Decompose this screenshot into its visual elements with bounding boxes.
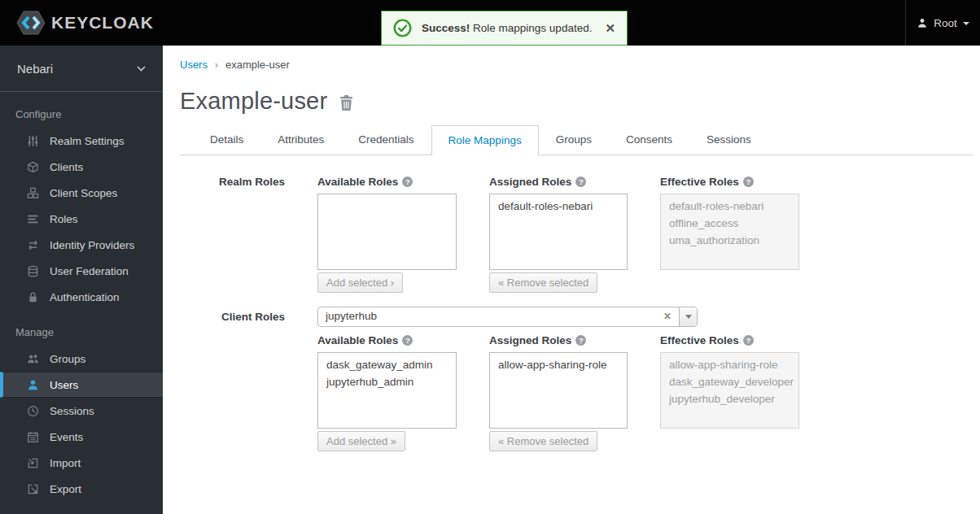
clock-icon xyxy=(27,404,40,417)
realm-available-column: Available Roles ? Add selected › xyxy=(317,175,457,293)
tab-sessions[interactable]: Sessions xyxy=(689,125,768,155)
sidebar-item-roles[interactable]: Roles xyxy=(0,206,163,232)
realm-add-selected-button[interactable]: Add selected › xyxy=(317,272,403,293)
export-icon xyxy=(27,482,40,495)
sidebar-item-label: Events xyxy=(50,431,83,443)
client-available-label: Available Roles ? xyxy=(317,333,457,347)
role-mappings-form: Realm Roles Available Roles ? Add select… xyxy=(180,175,973,451)
client-assigned-column: Assigned Roles ? allow-app-sharing-role … xyxy=(489,333,628,451)
sidebar-item-export[interactable]: Export xyxy=(0,476,163,502)
client-available-listbox[interactable]: dask_gateway_admin jupyterhub_admin xyxy=(317,352,457,429)
role-option[interactable]: dask_gateway_admin xyxy=(318,356,456,373)
alert-message: Success! Role mappings updated. xyxy=(422,22,592,34)
sidebar-item-label: User Federation xyxy=(50,265,129,277)
help-icon: ? xyxy=(402,176,413,187)
sidebar-item-label: Clients xyxy=(50,161,83,173)
sidebar-item-label: Import xyxy=(50,457,81,469)
realm-assigned-listbox[interactable]: default-roles-nebari xyxy=(489,194,628,270)
sidebar-item-label: Sessions xyxy=(50,405,94,417)
client-assigned-label: Assigned Roles ? xyxy=(489,333,628,347)
tab-credentials[interactable]: Credentials xyxy=(341,125,431,155)
sidebar-item-import[interactable]: Import xyxy=(0,450,163,476)
client-add-selected-button[interactable]: Add selected » xyxy=(317,431,405,451)
client-remove-selected-button[interactable]: « Remove selected xyxy=(489,431,597,451)
keycloak-logo[interactable]: KEYCLOAK xyxy=(16,10,154,36)
breadcrumb: Users › example-user xyxy=(180,59,973,71)
client-effective-listbox: allow-app-sharing-role dask_gateway_deve… xyxy=(660,352,799,429)
role-option: jupyterhub_developer xyxy=(661,390,798,407)
main-content: Users › example-user Example-user Detail… xyxy=(163,46,980,514)
exchange-arrows-icon xyxy=(27,238,40,251)
role-option[interactable]: jupyterhub_admin xyxy=(318,373,456,390)
client-roles-area: jupyterhub ✕ Available Roles ? dask_gate… xyxy=(317,307,799,451)
sidebar-item-identity-providers[interactable]: Identity Providers xyxy=(0,232,163,258)
sidebar-item-authentication[interactable]: Authentication xyxy=(0,284,163,310)
sidebar-item-realm-settings[interactable]: Realm Settings xyxy=(0,128,163,154)
sidebar-item-user-federation[interactable]: User Federation xyxy=(0,258,163,284)
select-dropdown-button[interactable] xyxy=(679,307,697,326)
chevron-down-icon xyxy=(137,66,146,72)
close-icon[interactable]: ✕ xyxy=(605,22,615,34)
sidebar-item-label: Roles xyxy=(50,213,78,225)
role-option: offline_access xyxy=(661,215,798,232)
realm-assigned-label: Assigned Roles ? xyxy=(489,175,628,189)
client-select[interactable]: jupyterhub ✕ xyxy=(317,307,698,327)
import-icon xyxy=(27,456,40,469)
client-roles-label: Client Roles xyxy=(180,307,285,451)
role-option: dask_gateway_developer xyxy=(661,373,798,390)
user-icon xyxy=(27,378,40,391)
tab-groups[interactable]: Groups xyxy=(539,125,609,155)
realm-name: Nebari xyxy=(17,62,53,76)
sidebar: Nebari Configure Realm Settings Clients … xyxy=(0,46,163,514)
clear-icon[interactable]: ✕ xyxy=(656,307,679,326)
client-assigned-listbox[interactable]: allow-app-sharing-role xyxy=(489,352,628,429)
role-option[interactable]: default-roles-nebari xyxy=(490,198,627,215)
sliders-icon xyxy=(27,134,40,147)
sidebar-item-users[interactable]: Users xyxy=(0,372,163,398)
sidebar-item-label: Groups xyxy=(50,353,85,365)
realm-selector[interactable]: Nebari xyxy=(0,46,163,92)
tab-consents[interactable]: Consents xyxy=(609,125,689,155)
calendar-icon xyxy=(27,430,40,443)
chevron-down-icon xyxy=(963,22,969,25)
realm-remove-selected-button[interactable]: « Remove selected xyxy=(489,272,597,293)
sidebar-item-events[interactable]: Events xyxy=(0,424,163,450)
delete-user-button[interactable] xyxy=(339,95,353,111)
help-icon: ? xyxy=(575,335,586,346)
client-effective-label: Effective Roles ? xyxy=(660,333,799,347)
sidebar-item-groups[interactable]: Groups xyxy=(0,346,163,372)
breadcrumb-users-link[interactable]: Users xyxy=(180,59,208,71)
sidebar-item-clients[interactable]: Clients xyxy=(0,154,163,180)
role-option: uma_authorization xyxy=(661,232,798,249)
realm-effective-listbox: default-roles-nebari offline_access uma_… xyxy=(660,194,799,270)
user-menu[interactable]: Root xyxy=(905,0,980,46)
help-icon: ? xyxy=(402,335,413,346)
breadcrumb-separator: › xyxy=(215,59,218,71)
caret-down-icon xyxy=(685,315,692,319)
sidebar-item-label: Users xyxy=(50,379,78,391)
tab-bar: Details Attributes Credentials Role Mapp… xyxy=(180,125,973,155)
realm-available-listbox[interactable] xyxy=(317,194,457,270)
tab-details[interactable]: Details xyxy=(193,125,260,155)
cube-icon xyxy=(27,160,40,173)
tab-role-mappings[interactable]: Role Mappings xyxy=(431,125,539,155)
sidebar-item-label: Client Scopes xyxy=(50,187,117,199)
client-available-column: Available Roles ? dask_gateway_admin jup… xyxy=(317,333,457,451)
sidebar-item-client-scopes[interactable]: Client Scopes xyxy=(0,180,163,206)
help-icon: ? xyxy=(743,176,754,187)
help-icon: ? xyxy=(743,335,754,346)
realm-assigned-column: Assigned Roles ? default-roles-nebari « … xyxy=(489,175,628,293)
role-option[interactable]: allow-app-sharing-role xyxy=(490,356,627,373)
client-select-value: jupyterhub xyxy=(318,307,656,326)
alert-title: Success! xyxy=(422,22,470,34)
tab-attributes[interactable]: Attributes xyxy=(260,125,341,155)
client-roles-columns: Available Roles ? dask_gateway_admin jup… xyxy=(317,333,799,451)
database-icon xyxy=(27,264,40,277)
role-option: allow-app-sharing-role xyxy=(661,356,798,373)
realm-roles-label: Realm Roles xyxy=(180,175,285,293)
help-icon: ? xyxy=(575,176,586,187)
sidebar-item-sessions[interactable]: Sessions xyxy=(0,398,163,424)
title-row: Example-user xyxy=(180,88,973,115)
alert-body: Role mappings updated. xyxy=(473,22,592,34)
keycloak-hexagon-icon xyxy=(16,10,46,36)
